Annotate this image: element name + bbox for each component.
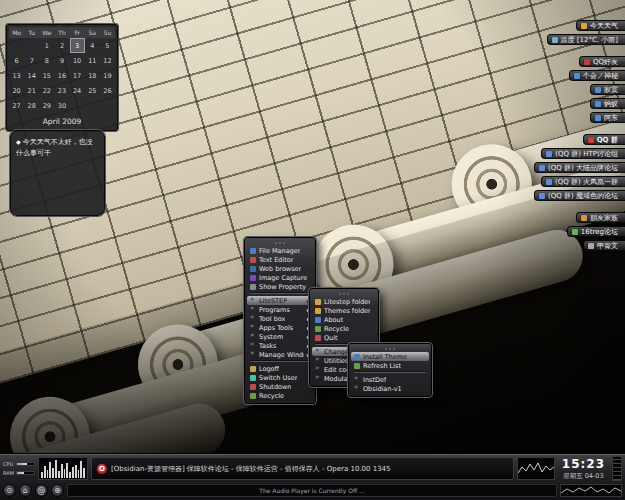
taskbar-side-grip[interactable] <box>612 456 622 481</box>
calendar-day-cell[interactable]: 26 <box>100 83 115 98</box>
menu-item[interactable]: Logoff <box>247 364 313 373</box>
menu-item[interactable]: Themes folder <box>312 306 376 315</box>
clock-widget[interactable]: 15:23 星期五 04-03 <box>558 458 609 480</box>
menu-item[interactable]: System <box>247 332 313 341</box>
calendar-day-cell[interactable]: 6 <box>9 53 24 68</box>
menu-grip[interactable] <box>351 346 429 351</box>
calendar-day-cell[interactable] <box>24 38 39 53</box>
menu-item[interactable]: Web browser <box>247 264 313 273</box>
menu-item[interactable]: Obsidian-v1 <box>351 384 429 393</box>
calendar-day-cell[interactable]: 29 <box>39 98 54 113</box>
menu-item[interactable] <box>250 292 310 295</box>
menu-item-icon <box>250 298 256 304</box>
menu-item[interactable]: Programs <box>247 305 313 314</box>
menu-item[interactable]: Show Property <box>247 282 313 291</box>
calendar-day-cell[interactable]: 24 <box>70 83 85 98</box>
buddy-icon <box>595 115 601 121</box>
menu-item[interactable]: Manage Windows <box>247 350 313 359</box>
menu-item-label: Utilities <box>324 357 348 365</box>
buddy-item[interactable]: 甲骨文 <box>583 240 625 251</box>
calendar-day-cell[interactable] <box>9 38 24 53</box>
menu-item[interactable] <box>354 371 426 374</box>
equalizer-bar <box>44 466 46 478</box>
globe-icon[interactable]: ⊕ <box>51 484 64 497</box>
calendar-day-cell[interactable]: 16 <box>54 68 69 83</box>
buddy-item[interactable]: 温度 [12°C, 小雨] <box>547 34 625 45</box>
calendar-day-header-row: MoTuWeThFrSaSu <box>9 27 115 38</box>
calendar-day-cell[interactable] <box>85 98 100 113</box>
menu-item[interactable]: InstDef <box>351 375 429 384</box>
buddy-item[interactable]: 16treg论坛 <box>567 226 625 237</box>
buddy-icon <box>595 87 601 93</box>
menu-item[interactable]: Install Theme <box>351 352 429 361</box>
calendar-day-cell[interactable]: 25 <box>85 83 100 98</box>
calendar-day-cell[interactable]: 8 <box>39 53 54 68</box>
menu-item[interactable]: Tool box <box>247 314 313 323</box>
calendar-day-cell[interactable]: 1 <box>39 38 54 53</box>
buddy-item[interactable]: (QQ 群) 火凤凰一群 <box>541 176 625 187</box>
calendar-day-cell[interactable]: 21 <box>24 83 39 98</box>
calendar-day-cell[interactable]: 4 <box>85 38 100 53</box>
calendar-day-cell[interactable]: 14 <box>24 68 39 83</box>
menu-item[interactable]: Tasks <box>247 341 313 350</box>
buddy-label: QQ好友 <box>593 57 618 67</box>
buddy-item[interactable]: 蚂蚁 <box>590 98 625 109</box>
calendar-day-cell[interactable] <box>100 98 115 113</box>
calendar-day-cell[interactable]: 28 <box>24 98 39 113</box>
calendar-day-cell[interactable]: 23 <box>54 83 69 98</box>
calendar-day-cell[interactable]: 17 <box>70 68 85 83</box>
home-icon[interactable]: ⌂ <box>19 484 32 497</box>
calendar-day-cell[interactable]: 27 <box>9 98 24 113</box>
calendar-day-cell[interactable]: 22 <box>39 83 54 98</box>
power-icon[interactable]: ⊙ <box>3 484 16 497</box>
calendar-day-cell[interactable]: 10 <box>70 53 85 68</box>
buddy-item[interactable]: (QQ 群) HTP讨论组 <box>541 148 625 159</box>
calendar-day-cell[interactable]: 13 <box>9 68 24 83</box>
calendar-day-cell[interactable]: 15 <box>39 68 54 83</box>
cpu-history-graph <box>517 457 555 480</box>
menu-item[interactable]: LiteSTEP <box>247 296 313 305</box>
calendar-day-cell[interactable]: 3 <box>70 38 85 53</box>
buddy-item[interactable]: 寂寞 <box>590 84 625 95</box>
calendar-day-cell[interactable]: 5 <box>100 38 115 53</box>
buddy-item[interactable]: QQ 群 <box>583 134 625 145</box>
menu-item[interactable]: Switch User <box>247 373 313 382</box>
menu-grip[interactable] <box>312 291 376 296</box>
menu-item[interactable]: Recycle <box>247 391 313 400</box>
menu-item[interactable]: Litestep folder <box>312 297 376 306</box>
menu-item[interactable]: Refresh List <box>351 361 429 370</box>
menu-grip[interactable] <box>247 240 313 245</box>
calendar-day-cell[interactable] <box>70 98 85 113</box>
calendar-day-cell[interactable]: 2 <box>54 38 69 53</box>
calendar-day-cell[interactable]: 11 <box>85 53 100 68</box>
buddy-item[interactable]: (QQ 群) 大陆品牌论坛 <box>534 162 625 173</box>
buddy-item[interactable]: 今天天气 <box>576 20 625 31</box>
calendar-day-cell[interactable]: 9 <box>54 53 69 68</box>
buddy-item[interactable]: 个会ノ神秘 <box>569 70 625 81</box>
calendar-day-cell[interactable]: 19 <box>100 68 115 83</box>
calendar-day-cell[interactable]: 20 <box>9 83 24 98</box>
buddy-item[interactable]: 阿东 <box>590 112 625 123</box>
note-text: 今天天气不太好，也没什么事可干 <box>16 138 93 157</box>
calendar-day-cell[interactable]: 30 <box>54 98 69 113</box>
menu-item[interactable]: File Manager <box>247 246 313 255</box>
menu-item[interactable]: Image Capture <box>247 273 313 282</box>
menu-item[interactable]: Text Editor <box>247 255 313 264</box>
calendar-day-cell[interactable]: 7 <box>24 53 39 68</box>
calendar-day-cell[interactable]: 18 <box>85 68 100 83</box>
menu-item[interactable]: Recycle <box>312 324 376 333</box>
audio-player-status[interactable]: The Audio Player is Currently Off ... <box>67 484 557 497</box>
menu-item[interactable]: About <box>312 315 376 324</box>
at-icon[interactable]: @ <box>35 484 48 497</box>
taskbar-task-button[interactable]: O [Obsidian-资源管理器] 保障软件论坛 - 保障软件运营 - 值得保… <box>91 457 514 480</box>
buddy-item[interactable]: (QQ 群) 魔域色的论坛 <box>534 190 625 201</box>
taskbar-main-row: CPU RAM O [Obsidian-资源管理器] 保障软件论坛 - 保障软件… <box>0 454 625 483</box>
menu-item[interactable] <box>250 360 310 363</box>
buddy-item[interactable]: QQ好友 <box>579 56 625 67</box>
menu-item[interactable]: Shutdown <box>247 382 313 391</box>
menu-item-icon <box>315 358 321 364</box>
menu-item[interactable]: Quit <box>312 333 376 342</box>
calendar-day-cell[interactable]: 12 <box>100 53 115 68</box>
menu-item[interactable]: Apps Tools <box>247 323 313 332</box>
buddy-item[interactable]: 朋友家族 <box>576 212 625 223</box>
